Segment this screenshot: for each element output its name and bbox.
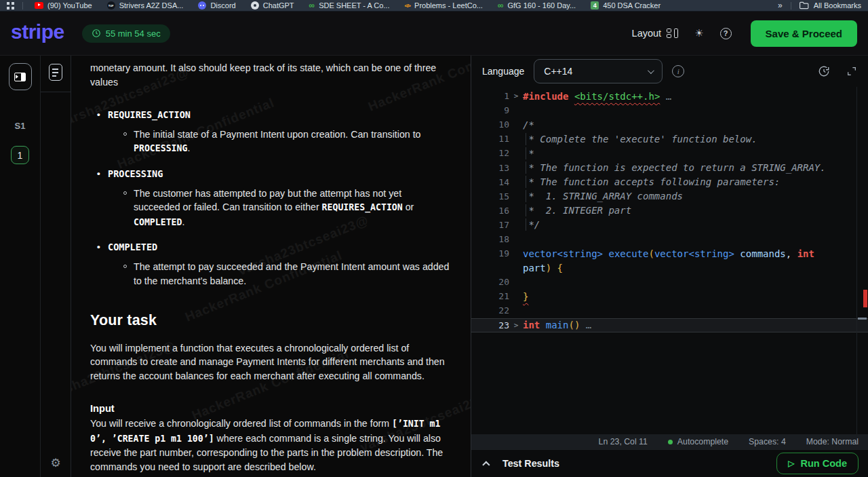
language-info-icon[interactable]: i xyxy=(672,65,684,77)
collapse-test-results-icon[interactable] xyxy=(482,461,490,468)
bookmark-item[interactable]: </>Problems - LeetCo... xyxy=(404,1,482,9)
input-heading: Input xyxy=(90,402,450,416)
state-bullet: PROCESSINGThe customer has attempted to … xyxy=(108,167,450,229)
all-bookmarks-button[interactable]: All Bookmarks xyxy=(800,1,861,9)
question-rail: S1 1 xyxy=(0,56,41,477)
code-line: part) { xyxy=(471,261,868,275)
bookmarks-list: (90) YouTubeTUFStrivers A2Z DSA...Discor… xyxy=(27,1,770,9)
input-body: You will receive a chronologically order… xyxy=(90,417,450,474)
line-number: 20 xyxy=(471,277,509,287)
line-number: 16 xyxy=(471,206,509,216)
code-line: 10/* xyxy=(471,117,868,132)
tuf-icon: TUF xyxy=(107,1,115,9)
code-line: 9 xyxy=(471,103,868,117)
line-number: 9 xyxy=(471,105,509,115)
line-number: 18 xyxy=(471,234,509,244)
editor-header: Language C++14 i xyxy=(471,56,868,87)
code-line: 17 */ xyxy=(471,218,868,232)
document-icon xyxy=(49,64,62,81)
code-line: 20 xyxy=(471,275,868,289)
code-editor[interactable]: 1>#include <bits/stdc++.h> …910/*11 * Co… xyxy=(471,87,868,434)
problem-panel[interactable]: varsha23btcseai23@HackerRank Confidentia… xyxy=(71,56,471,477)
state-bullet: COMPLETEDThe attempt to pay succeeded an… xyxy=(108,240,450,288)
line-number: 12 xyxy=(471,148,509,158)
line-number: 19 xyxy=(471,248,509,259)
state-bullet-list: REQUIRES_ACTIONThe initial state of a Pa… xyxy=(90,108,450,288)
code-line: 11 * Complete the 'execute' function bel… xyxy=(471,132,868,146)
test-results-bar: Test Results ▷ Run Code xyxy=(471,449,868,477)
bookmark-item[interactable]: ∞SDE SHEET - A Co... xyxy=(309,1,390,9)
timer-badge: 55 min 54 sec xyxy=(82,24,170,43)
question-1-button[interactable]: 1 xyxy=(11,146,29,164)
timer-text: 55 min 54 sec xyxy=(106,28,161,39)
bookmarks-overflow-chevron[interactable]: » xyxy=(778,1,783,10)
line-number: 11 xyxy=(471,134,509,144)
code-line: 21} xyxy=(471,289,868,303)
error-marker xyxy=(863,290,867,307)
editor-status-bar: Ln 23, Col 11 Autocomplete Spaces: 4 Mod… xyxy=(471,434,868,449)
bookmark-item[interactable]: (90) YouTube xyxy=(35,1,92,9)
task-body: You will implement a function that execu… xyxy=(90,341,450,383)
chevron-down-icon xyxy=(648,67,654,74)
line-number: 14 xyxy=(471,177,509,187)
code-line: 1>#include <bits/stdc++.h> … xyxy=(471,89,868,103)
code-line: 12 * xyxy=(471,146,868,160)
bookmark-item[interactable]: 4450 DSA Cracker xyxy=(591,1,660,9)
language-select[interactable]: C++14 xyxy=(534,59,663,83)
gfg-icon: ∞ xyxy=(309,1,315,9)
scrollbar-thumb[interactable] xyxy=(858,318,867,320)
test-results-label: Test Results xyxy=(502,458,559,469)
help-icon[interactable]: ? xyxy=(720,28,732,39)
line-number: 10 xyxy=(471,119,509,130)
code-lines: 1>#include <bits/stdc++.h> …910/*11 * Co… xyxy=(471,89,868,332)
bookmark-item[interactable]: Discord xyxy=(198,1,235,9)
bookmark-item[interactable]: TUFStrivers A2Z DSA... xyxy=(107,1,184,9)
fold-toggle-icon[interactable]: > xyxy=(509,92,523,100)
line-number: 21 xyxy=(471,291,509,301)
stripe-logo: stripe xyxy=(11,22,64,42)
overview-ruler xyxy=(856,87,857,434)
code-line: 19vector<string> execute(vector<string> … xyxy=(471,246,868,261)
code-line: 15 * 1. STRING_ARRAY commands xyxy=(471,189,868,204)
line-number: 1 xyxy=(471,91,509,101)
state-bullet: REQUIRES_ACTIONThe initial state of a Pa… xyxy=(108,108,450,156)
chatgpt-icon xyxy=(251,1,259,9)
discord-icon xyxy=(198,1,206,9)
language-label: Language xyxy=(482,66,524,77)
spaces-setting[interactable]: Spaces: 4 xyxy=(749,437,786,446)
bookmark-item[interactable]: ChatGPT xyxy=(251,1,294,9)
line-number: 17 xyxy=(471,220,509,230)
bookmark-item[interactable]: ∞GfG 160 - 160 Day... xyxy=(498,1,576,9)
code-line: 18 xyxy=(471,232,868,246)
line-number: 13 xyxy=(471,163,509,173)
settings-gear-icon[interactable]: ⚙ xyxy=(50,456,60,470)
line-number: 15 xyxy=(471,191,509,202)
autocomplete-dot xyxy=(668,440,673,444)
cursor-position: Ln 23, Col 11 xyxy=(599,437,648,446)
panel-toggle-button[interactable] xyxy=(9,63,32,90)
theme-toggle-icon[interactable]: ☀ xyxy=(694,27,703,39)
apps-grid-icon[interactable] xyxy=(7,2,14,9)
layout-label: Layout xyxy=(632,28,662,39)
description-tab[interactable] xyxy=(41,64,71,92)
collapse-panel-icon xyxy=(14,73,26,81)
divider xyxy=(22,2,23,9)
screen: (90) YouTubeTUFStrivers A2Z DSA...Discor… xyxy=(0,0,868,477)
folder-icon xyxy=(800,1,809,9)
browser-bookmarks-bar: (90) YouTubeTUFStrivers A2Z DSA...Discor… xyxy=(0,0,868,12)
all-bookmarks-label: All Bookmarks xyxy=(814,1,861,9)
reset-history-icon[interactable] xyxy=(818,65,830,77)
task-heading: Your task xyxy=(90,313,450,328)
code-line: 14 * The function accepts following para… xyxy=(471,175,868,189)
run-code-button[interactable]: ▷ Run Code xyxy=(776,453,859,474)
line-number: 22 xyxy=(471,305,509,316)
language-value: C++14 xyxy=(544,66,572,77)
layout-button[interactable]: Layout xyxy=(632,28,679,39)
divider xyxy=(791,2,791,9)
fold-toggle-icon[interactable]: > xyxy=(509,321,523,330)
mode-setting[interactable]: Mode: Normal xyxy=(806,437,859,446)
autocomplete-status[interactable]: Autocomplete xyxy=(668,437,728,446)
save-proceed-button[interactable]: Save & Proceed xyxy=(751,20,857,47)
problem-intro: monetary amount. It also should keep tra… xyxy=(90,61,450,89)
expand-fullscreen-icon[interactable] xyxy=(846,66,857,77)
